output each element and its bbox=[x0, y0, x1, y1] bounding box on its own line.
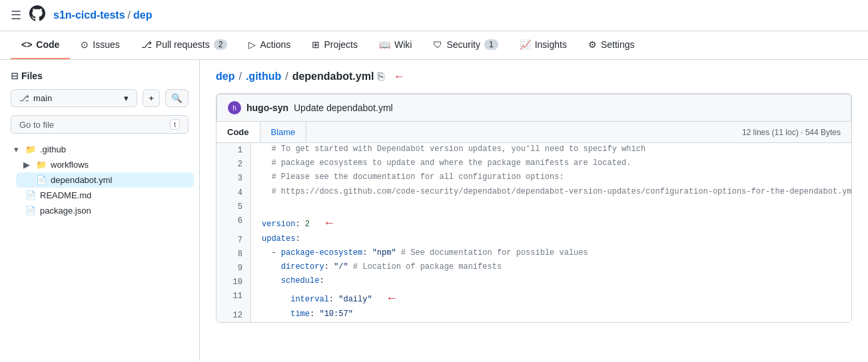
tab-blame-view[interactable]: Blame bbox=[260, 122, 307, 142]
table-row: 10 schedule: bbox=[217, 275, 852, 289]
tab-insights[interactable]: 📈 Insights bbox=[509, 31, 578, 59]
file-name-dependabot: dependabot.yml bbox=[51, 175, 113, 185]
line-number: 12 bbox=[217, 308, 251, 322]
expand-icon: ▾ bbox=[11, 144, 21, 154]
breadcrumb-sep-2: / bbox=[285, 71, 288, 83]
file-icon: 📄 bbox=[25, 206, 36, 216]
folder-github: ▾ 📁 .github ▶ 📁 workflows bbox=[5, 142, 194, 188]
chevron-down-icon: ▾ bbox=[124, 93, 129, 103]
repo-name[interactable]: dep bbox=[133, 9, 152, 21]
goto-file-button[interactable]: Go to file t bbox=[11, 115, 189, 134]
insights-icon: 📈 bbox=[520, 39, 531, 50]
line-number: 2 bbox=[217, 157, 251, 171]
line-number: 4 bbox=[217, 186, 251, 200]
line-code: schedule: bbox=[251, 275, 852, 289]
table-row: 11 interval: "daily"← bbox=[217, 289, 852, 308]
search-icon: 🔍 bbox=[171, 93, 183, 103]
line-code: directory: "/" # Location of package man… bbox=[251, 261, 852, 275]
files-icon: ⊟ bbox=[11, 71, 19, 81]
top-bar: ☰ s1n-cicd-tests / dep bbox=[0, 0, 868, 31]
plus-icon: + bbox=[149, 93, 154, 103]
table-row: 7updates: bbox=[217, 233, 852, 247]
line-number: 1 bbox=[217, 143, 251, 157]
search-file-button[interactable]: 🔍 bbox=[165, 89, 189, 107]
line-code: # https://docs.github.com/code-security/… bbox=[251, 186, 852, 200]
line-code: updates: bbox=[251, 233, 852, 247]
commit-author[interactable]: hugo-syn bbox=[246, 102, 288, 113]
line-number: 9 bbox=[217, 261, 251, 275]
folder-icon: 📁 bbox=[25, 144, 36, 154]
tab-projects[interactable]: ⊞ Projects bbox=[301, 31, 368, 59]
repo-path: s1n-cicd-tests / dep bbox=[53, 9, 153, 21]
tab-issues[interactable]: ⊙ Issues bbox=[70, 31, 130, 59]
annotation-arrow: ← bbox=[388, 291, 482, 305]
breadcrumb-github[interactable]: .github bbox=[246, 71, 281, 83]
breadcrumb-current: dependabot.yml bbox=[292, 71, 374, 83]
table-row: 4 # https://docs.github.com/code-securit… bbox=[217, 186, 852, 200]
table-row: 9 directory: "/" # Location of package m… bbox=[217, 261, 852, 275]
issues-icon: ⊙ bbox=[81, 39, 89, 50]
table-row: 5 bbox=[217, 200, 852, 214]
goto-file-label: Go to file bbox=[19, 120, 54, 130]
line-number: 10 bbox=[217, 275, 251, 289]
tab-code-view[interactable]: Code bbox=[217, 122, 260, 142]
pr-badge: 2 bbox=[214, 39, 228, 50]
path-separator: / bbox=[128, 9, 131, 21]
tree-item-dependabot-yml[interactable]: ▶ 📄 dependabot.yml bbox=[16, 172, 194, 188]
annotation-arrow: ← bbox=[326, 216, 434, 230]
branch-icon: ⎇ bbox=[19, 93, 29, 103]
file-name-package-json: package.json bbox=[40, 206, 91, 216]
table-row: 1 # To get started with Dependabot versi… bbox=[217, 143, 852, 157]
sidebar-controls: ⎇ main ▾ + 🔍 bbox=[0, 89, 199, 115]
file-icon: 📄 bbox=[25, 190, 36, 200]
actions-icon: ▷ bbox=[248, 39, 256, 50]
tab-wiki[interactable]: 📖 Wiki bbox=[368, 31, 422, 59]
folder-name-workflows: workflows bbox=[51, 160, 89, 170]
table-row: 2 # package ecosystems to update and whe… bbox=[217, 157, 852, 171]
github-children: ▶ 📁 workflows ▶ 📄 dependabot.yml bbox=[5, 157, 194, 188]
wiki-icon: 📖 bbox=[379, 39, 390, 50]
tree-item-github[interactable]: ▾ 📁 .github bbox=[5, 142, 194, 157]
breadcrumb-dep[interactable]: dep bbox=[216, 71, 234, 83]
code-table: 1 # To get started with Dependabot versi… bbox=[217, 143, 852, 322]
line-code: # Please see the documentation for all c… bbox=[251, 171, 852, 185]
tab-security[interactable]: 🛡 Security 1 bbox=[422, 31, 508, 59]
shield-icon: 🛡 bbox=[433, 39, 442, 50]
tab-pull-requests[interactable]: ⎇ Pull requests 2 bbox=[131, 31, 238, 59]
code-icon: <> bbox=[21, 39, 32, 50]
tab-actions[interactable]: ▷ Actions bbox=[238, 31, 301, 59]
branch-selector[interactable]: ⎇ main ▾ bbox=[11, 89, 137, 107]
sidebar: ⊟ Files ⎇ main ▾ + 🔍 Go to file t bbox=[0, 60, 200, 361]
hamburger-menu[interactable]: ☰ bbox=[11, 8, 21, 23]
copy-icon[interactable]: ⎘ bbox=[378, 71, 384, 83]
code-header: Code Blame 12 lines (11 loc) · 544 Bytes bbox=[217, 122, 851, 143]
tree-item-readme[interactable]: ▶ 📄 README.md bbox=[5, 188, 194, 203]
settings-icon: ⚙ bbox=[588, 39, 597, 50]
folder-name-github: .github bbox=[40, 144, 66, 154]
add-file-button[interactable]: + bbox=[143, 89, 160, 107]
sidebar-header: ⊟ Files bbox=[0, 71, 199, 89]
tree-item-package-json[interactable]: ▶ 📄 package.json bbox=[5, 203, 194, 218]
avatar: h bbox=[228, 101, 241, 114]
file-icon: 📄 bbox=[36, 175, 47, 185]
table-row: 3 # Please see the documentation for all… bbox=[217, 171, 852, 185]
table-row: 8 - package-ecosystem: "npm" # See docum… bbox=[217, 247, 852, 261]
main-layout: ⊟ Files ⎇ main ▾ + 🔍 Go to file t bbox=[0, 60, 868, 361]
goto-shortcut: t bbox=[170, 119, 180, 130]
org-name[interactable]: s1n-cicd-tests bbox=[53, 9, 125, 21]
branch-name: main bbox=[33, 93, 52, 103]
folder-workflows: ▶ 📁 workflows bbox=[16, 157, 194, 172]
line-code: - package-ecosystem: "npm" # See documen… bbox=[251, 247, 852, 261]
line-number: 11 bbox=[217, 289, 251, 308]
line-code: # To get started with Dependabot version… bbox=[251, 143, 852, 157]
tab-code[interactable]: <> Code bbox=[11, 31, 70, 59]
line-number: 5 bbox=[217, 200, 251, 214]
tree-item-workflows[interactable]: ▶ 📁 workflows bbox=[16, 157, 194, 172]
line-code: interval: "daily"← bbox=[251, 289, 852, 308]
tab-settings[interactable]: ⚙ Settings bbox=[578, 31, 646, 59]
security-badge: 1 bbox=[484, 39, 498, 50]
breadcrumb-sep-1: / bbox=[238, 71, 241, 83]
file-tree: ▾ 📁 .github ▶ 📁 workflows bbox=[0, 142, 199, 218]
line-number: 3 bbox=[217, 171, 251, 185]
line-number: 8 bbox=[217, 247, 251, 261]
